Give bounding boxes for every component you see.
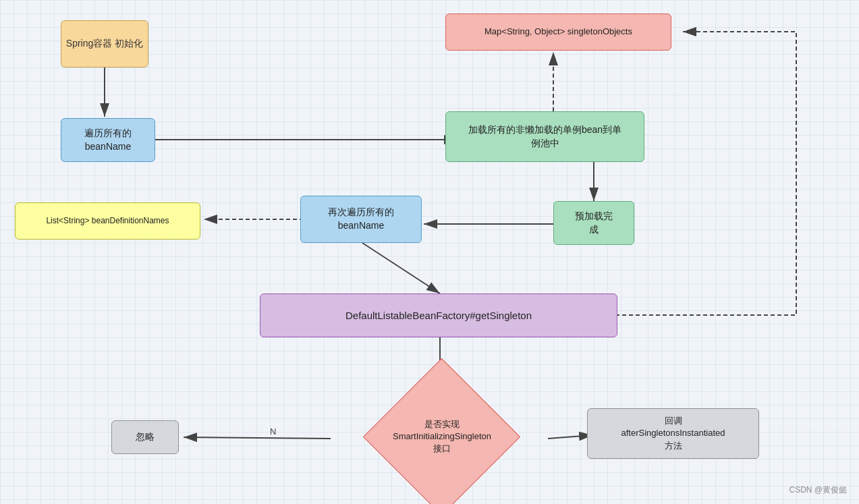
svg-line-11 — [548, 435, 592, 439]
ignore-node: 忽略 — [111, 420, 179, 454]
callback-node: 回调afterSingletonsInstantiated方法 — [587, 408, 759, 459]
diagram-canvas: Spring容器 初始化 遍历所有的beanName 加载所有的非懒加载的单例b… — [0, 0, 859, 504]
preload-done-node: 预加载完成 — [553, 201, 634, 245]
traverse-beanname-node: 遍历所有的beanName — [61, 118, 155, 162]
svg-line-10 — [184, 437, 331, 439]
watermark: CSDN @黄俊懿 — [789, 484, 847, 496]
svg-line-8 — [362, 243, 440, 293]
n-label: N — [270, 426, 276, 437]
get-singleton-node: DefaultListableBeanFactory#getSingleton — [260, 293, 617, 337]
load-singletons-node: 加载所有的非懒加载的单例bean到单例池中 — [445, 111, 644, 162]
singleton-objects-node: Map<String, Object> singletonObjects — [445, 13, 671, 51]
diamond-node: 是否实现SmartInitializingSingleton接口 — [363, 358, 520, 504]
spring-init-node: Spring容器 初始化 — [61, 20, 148, 67]
traverse-again-node: 再次遍历所有的beanName — [300, 196, 422, 243]
bean-def-names-node: List<String> beanDefinitionNames — [15, 202, 200, 240]
